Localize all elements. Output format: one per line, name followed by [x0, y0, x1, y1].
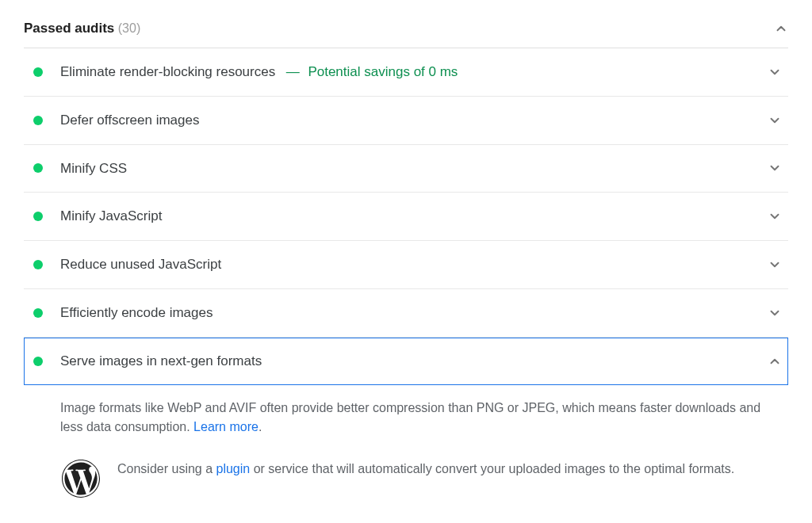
pass-dot-icon [33, 212, 43, 221]
audit-row-unused-js[interactable]: Reduce unused JavaScript [24, 241, 788, 289]
audit-row-minify-css[interactable]: Minify CSS [24, 145, 788, 193]
audit-row-eliminate-render-blocking[interactable]: Eliminate render-blocking resources — Po… [24, 48, 788, 97]
audit-row-next-gen-formats[interactable]: Serve images in next-gen formats [24, 338, 788, 385]
audit-label: Reduce unused JavaScript [60, 255, 768, 274]
pass-dot-icon [33, 163, 43, 173]
chevron-up-icon [768, 354, 782, 368]
header-title: Passed audits [24, 21, 114, 36]
audit-label: Defer offscreen images [60, 111, 768, 130]
audit-label: Efficiently encode images [60, 303, 768, 323]
chevron-down-icon [768, 65, 782, 79]
audit-row-defer-offscreen[interactable]: Defer offscreen images [24, 97, 788, 145]
wordpress-suggestion: Consider using a plugin or service that … [24, 441, 788, 502]
chevron-down-icon [768, 258, 782, 272]
chevron-down-icon [768, 161, 782, 175]
chevron-down-icon [768, 113, 782, 128]
audit-label: Minify JavaScript [60, 207, 768, 226]
audit-label: Minify CSS [60, 159, 768, 178]
wordpress-logo-icon [62, 460, 100, 498]
plugin-link[interactable]: plugin [216, 462, 251, 475]
detail-description: Image formats like WebP and AVIF often p… [60, 399, 779, 438]
chevron-down-icon [768, 306, 782, 320]
pass-dot-icon [33, 67, 43, 77]
audit-label: Serve images in next-gen formats [60, 352, 768, 371]
pass-dot-icon [33, 116, 43, 125]
audit-detail-panel: Image formats like WebP and AVIF often p… [24, 384, 788, 441]
audit-row-encode-images[interactable]: Efficiently encode images [24, 289, 788, 338]
chevron-up-icon [774, 21, 788, 36]
pass-dot-icon [33, 308, 43, 318]
wordpress-suggestion-text: Consider using a plugin or service that … [117, 460, 734, 479]
chevron-down-icon [768, 209, 782, 223]
pass-dot-icon [33, 260, 43, 269]
learn-more-link[interactable]: Learn more [193, 420, 259, 433]
audit-list: Eliminate render-blocking resources — Po… [24, 48, 788, 502]
pass-dot-icon [33, 357, 43, 366]
header-count: (30) [118, 21, 140, 35]
savings-text: Potential savings of 0 ms [308, 64, 458, 79]
passed-audits-header[interactable]: Passed audits (30) [24, 16, 788, 48]
audit-label: Eliminate render-blocking resources — Po… [60, 63, 768, 82]
audit-row-minify-js[interactable]: Minify JavaScript [24, 193, 788, 241]
